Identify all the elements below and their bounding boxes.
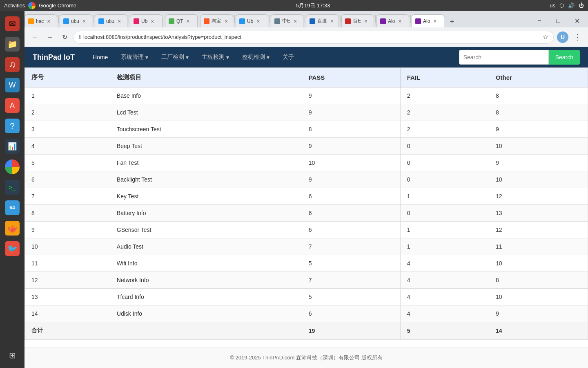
maximize-button[interactable]: □	[549, 14, 568, 27]
sidebar-icon-help[interactable]: ?	[3, 117, 22, 135]
tab-close-hac[interactable]: ×	[45, 18, 52, 25]
chrome-icon	[28, 2, 36, 9]
cell-other: 10	[489, 171, 588, 188]
sidebar-icon-monitor[interactable]: 📊	[3, 137, 22, 156]
tab-separator-11	[410, 15, 411, 23]
cell-name: Wifi Info	[110, 255, 302, 272]
tab-qt[interactable]: QT ×	[165, 14, 198, 27]
tab-alo2-active[interactable]: Alo ×	[412, 14, 444, 27]
tab-hac[interactable]: hac ×	[24, 14, 57, 27]
email-icon: ✉	[5, 16, 20, 31]
tab-label-hac: hac	[36, 18, 44, 24]
tab-baidu1[interactable]: 百度 ×	[306, 14, 339, 27]
cell-name: Tfcard Info	[110, 289, 302, 305]
tab-ub2[interactable]: Ub ×	[236, 14, 268, 27]
close-button[interactable]: ✕	[568, 14, 586, 27]
nav-factory-test[interactable]: 工厂检测 ▾	[156, 50, 194, 64]
tab-favicon-taobao	[204, 18, 209, 24]
cell-other: 9	[489, 121, 588, 138]
new-tab-button[interactable]: +	[446, 16, 458, 27]
reload-button[interactable]: ↻	[59, 31, 70, 43]
table-header-row: 序号 检测项目 PASS FAIL Other	[25, 68, 588, 88]
tab-favicon-baide	[345, 18, 351, 24]
cell-fail: 1	[400, 222, 489, 238]
table-row: 11 Wifi Info 5 4 10	[25, 255, 588, 272]
sidebar-icon-appstore[interactable]: A	[3, 96, 22, 115]
system-bar: Activities Google Chrome 5月19日 17:33 us …	[0, 0, 588, 11]
footer-text: © 2019-2025 ThinPAD.com 森沛科技（深圳）有限公司 版权所…	[230, 355, 382, 361]
chrome-menu-button[interactable]: ⋮	[572, 31, 583, 43]
inspection-table: 序号 检测项目 PASS FAIL Other 1 Base Info 9 2 …	[24, 67, 588, 340]
search-button[interactable]: Search	[549, 50, 580, 65]
nav-system-mgmt-label: 系统管理	[121, 54, 144, 61]
url-bar[interactable]: ℹ localhost:8080/ins/productInspect/toAn…	[74, 31, 554, 44]
cell-pass: 8	[302, 121, 400, 138]
tab-zhonge[interactable]: 中E ×	[271, 14, 303, 27]
tab-close-ubu1[interactable]: ×	[81, 18, 87, 25]
sidebar-icon-writer[interactable]: W	[3, 76, 22, 94]
cell-pass: 9	[302, 138, 400, 155]
sidebar-icon-apps-64[interactable]: 64	[3, 198, 22, 217]
app-navigation: ThinPad IoT Home 系统管理 ▾ 工厂检测 ▾ 主板检测	[24, 47, 588, 67]
tab-close-baidu1[interactable]: ×	[329, 18, 335, 25]
tab-baide[interactable]: 百E ×	[341, 14, 374, 27]
cell-pass: 9	[302, 104, 400, 121]
cell-name: Touchscreen Test	[110, 121, 302, 138]
cell-name: Key Test	[110, 188, 302, 205]
tab-close-ub1[interactable]: ×	[149, 18, 156, 25]
tab-close-alo2[interactable]: ×	[432, 18, 438, 25]
sidebar-icon-terminal[interactable]: >_	[3, 178, 22, 197]
nav-about[interactable]: 关于	[277, 50, 300, 64]
tab-close-ubu2[interactable]: ×	[116, 18, 122, 25]
tab-label-ub2: Ub	[247, 18, 253, 24]
window-controls: − □ ✕	[530, 14, 588, 27]
nav-machine-test[interactable]: 整机检测 ▾	[236, 50, 275, 64]
tab-label-alo2: Alo	[423, 18, 430, 24]
tab-ubu1[interactable]: ubu ×	[60, 14, 92, 27]
sidebar-icon-teapot[interactable]: 🫖	[3, 219, 22, 238]
sidebar-icon-email[interactable]: ✉	[3, 14, 22, 33]
tab-close-taobao[interactable]: ×	[223, 18, 229, 25]
profile-button[interactable]: U	[557, 31, 568, 43]
cell-other: 8	[489, 272, 588, 289]
back-button[interactable]: ←	[29, 31, 41, 43]
chrome-app-name: Google Chrome	[39, 2, 76, 9]
tab-close-zhonge[interactable]: ×	[292, 18, 298, 25]
cell-other: 13	[489, 205, 588, 222]
table-row: 1 Base Info 9 2 8	[25, 88, 588, 104]
cell-other: 12	[489, 222, 588, 238]
tab-close-ub2[interactable]: ×	[255, 18, 261, 25]
nav-system-mgmt[interactable]: 系统管理 ▾	[115, 50, 154, 64]
forward-button[interactable]: →	[44, 31, 56, 43]
tab-close-baide[interactable]: ×	[363, 18, 369, 25]
cell-pass: 10	[302, 155, 400, 171]
tab-taobao[interactable]: 淘宝 ×	[200, 14, 233, 27]
cell-other: 9	[489, 305, 588, 322]
sidebar-icon-chrome[interactable]	[3, 157, 22, 176]
main-content-area: hac × ubu × ubu × Ub ×	[24, 11, 588, 368]
tab-close-alo1[interactable]: ×	[396, 18, 403, 25]
cell-other: 11	[489, 238, 588, 255]
col-header-other: Other	[489, 68, 588, 88]
search-input[interactable]	[459, 50, 549, 65]
tab-close-qt[interactable]: ×	[185, 18, 192, 25]
tab-label-ubu1: ubu	[71, 18, 79, 24]
tab-ub1[interactable]: Ub ×	[130, 14, 163, 27]
minimize-button[interactable]: −	[530, 14, 549, 27]
cell-other: 8	[489, 88, 588, 104]
cell-index: 10	[25, 238, 110, 255]
cell-index: 13	[25, 289, 110, 305]
activities-button[interactable]: Activities	[4, 2, 25, 9]
cell-name: Lcd Test	[110, 104, 302, 121]
tab-favicon-alo1	[380, 18, 386, 24]
nav-board-test[interactable]: 主板检测 ▾	[196, 50, 235, 64]
tab-ubu2[interactable]: ubu ×	[95, 14, 127, 27]
sidebar-icon-files[interactable]: 📁	[3, 35, 22, 54]
nav-home[interactable]: Home	[87, 51, 114, 64]
bookmark-star-icon[interactable]: ☆	[543, 33, 548, 41]
sidebar-icon-bird[interactable]: 🐦	[3, 239, 22, 258]
sidebar-icon-apps[interactable]: ⊞	[3, 346, 22, 365]
nav-machine-chevron: ▾	[267, 54, 270, 61]
tab-alo1[interactable]: Alo ×	[376, 14, 409, 27]
sidebar-icon-rhythmbox[interactable]: ♫	[3, 55, 22, 74]
